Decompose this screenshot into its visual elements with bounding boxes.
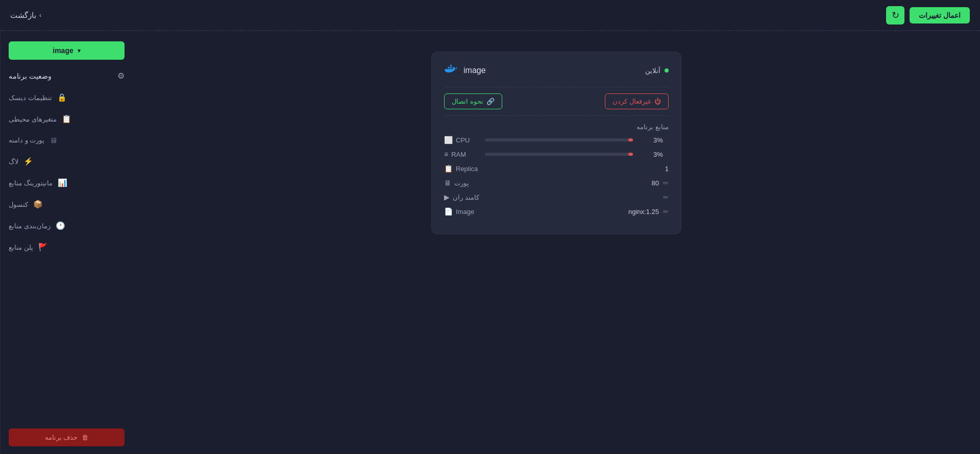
back-link[interactable]: › بازگشت [10,11,41,20]
run-command-label-text: کامند ران [453,194,479,201]
deactivate-label: غیرفعال کردن [612,98,651,105]
sidebar-item-port-domain-label: پورت و دامنه [9,136,44,144]
top-bar: اعمال تغییرات ↻ › بازگشت [0,0,980,31]
sidebar-header: ⚙ وضعیت برنامه [1,65,133,87]
sidebar-spacer [1,258,133,428]
refresh-button[interactable]: ↻ [886,6,904,25]
port-label: پورت 🖥 [444,179,469,187]
sidebar-item-plan[interactable]: 🚩 پلن منابع [1,236,133,258]
run-command-row: ✏ کامند ران ▶ [444,193,669,201]
svg-rect-5 [450,65,452,66]
card-app-name: image [463,66,486,75]
power-icon: ⏻ [654,98,661,105]
ram-icon: ≡ [444,150,448,158]
online-status-dot [665,68,669,73]
apply-changes-button[interactable]: اعمال تغییرات [910,7,970,23]
cpu-label-text: CPU [456,136,470,144]
sidebar-item-port-domain[interactable]: 🖥 پورت و دامنه [1,130,133,151]
sidebar-header-title: وضعیت برنامه [9,72,52,80]
image-label: Image 📄 [444,207,474,216]
port-icon: 🖥 [444,179,451,187]
connect-button[interactable]: 🔗 نحوه اتصال [444,93,502,109]
sidebar-item-console-label: کنسول [9,201,28,208]
ram-label: RAM ≡ [444,150,480,158]
sidebar-item-logs[interactable]: ⚡ لاگ [1,151,133,172]
cpu-icon: ⬜ [444,136,453,144]
port-value-text: 80 [652,179,659,187]
delete-app-button[interactable]: 🗑 حذف برنامه [9,428,125,446]
card-divider-mid [444,115,669,116]
replica-value-text: 1 [665,165,669,173]
card-title-area: image [444,62,486,79]
run-command-label: کامند ران ▶ [444,193,479,201]
top-bar-left: اعمال تغییرات ↻ [886,6,970,25]
cpu-row: 3% CPU ⬜ [444,136,669,144]
sidebar-dropdown-button[interactable]: ▾ image [9,41,125,60]
scheduling-icon: 🕐 [56,221,65,230]
link-icon: 🔗 [486,98,495,105]
sidebar-item-disk[interactable]: 🔒 تنظیمات دیسک [1,87,133,108]
right-sidebar: ▾ image ⚙ وضعیت برنامه 🔒 تنظیمات دیسک 📋 … [0,31,133,454]
cpu-progress-container [485,138,633,141]
main-layout: آنلاین image [0,31,980,454]
ram-percent-text: 3% [653,151,669,158]
image-edit-icon[interactable]: ✏ [663,208,669,216]
console-icon: 📦 [33,200,43,209]
ram-value: 3% [638,151,669,158]
ram-row: 3% RAM ≡ [444,150,669,158]
online-status-text: آنلاین [645,67,660,75]
back-label: بازگشت [10,11,36,20]
replica-row: 1 Replica 📋 [444,164,669,173]
sidebar-item-monitoring-label: مانیتورینگ منابع [9,179,53,187]
sidebar-item-logs-label: لاگ [9,158,18,165]
run-command-value: ✏ [659,194,669,201]
replica-icon: 📋 [444,164,453,173]
ram-progress-fill [628,153,633,156]
card-divider-top [444,87,669,87]
cpu-progress-fill [628,138,633,141]
resources-header: منابع برنامه [444,123,669,131]
image-value-text: nginx:1.25 [628,208,659,216]
sidebar-item-scheduling-label: زمان‌بندی منابع [9,222,51,230]
back-arrow-icon: › [39,12,41,19]
image-label-text: Image [456,208,474,216]
content-area: آنلاین image [133,31,980,454]
image-value: ✏ nginx:1.25 [628,208,669,216]
port-edit-icon[interactable]: ✏ [663,179,669,187]
sidebar-item-disk-label: تنظیمات دیسک [9,94,52,102]
svg-rect-3 [448,67,449,68]
action-buttons: ⏻ غیرفعال کردن 🔗 نحوه اتصال [444,93,669,109]
replica-label: Replica 📋 [444,164,478,173]
deactivate-button[interactable]: ⏻ غیرفعال کردن [605,93,669,109]
gear-icon[interactable]: ⚙ [117,71,125,81]
port-row: ✏ 80 پورت 🖥 [444,179,669,187]
port-label-text: پورت [454,179,469,187]
run-command-edit-icon[interactable]: ✏ [663,194,669,201]
logs-icon: ⚡ [23,157,33,166]
sidebar-item-console[interactable]: 📦 کنسول [1,194,133,215]
ram-label-text: RAM [451,151,466,158]
run-command-icon: ▶ [444,193,450,201]
cpu-label: CPU ⬜ [444,136,480,144]
ram-progress-container [485,153,633,156]
sidebar-item-env[interactable]: 📋 متغیرهای محیطی [1,108,133,130]
card-header: آنلاین image [444,62,669,79]
image-row: ✏ nginx:1.25 Image 📄 [444,207,669,216]
env-icon: 📋 [62,114,71,124]
replica-label-text: Replica [456,165,478,173]
connect-label: نحوه اتصال [452,98,483,105]
sidebar-item-scheduling[interactable]: 🕐 زمان‌بندی منابع [1,215,133,236]
sidebar-item-env-label: متغیرهای محیطی [9,115,57,123]
delete-icon: 🗑 [82,434,88,441]
card-status: آنلاین [645,67,669,75]
cpu-percent-text: 3% [653,136,669,144]
port-value: ✏ 80 [652,179,669,187]
sidebar-dropdown-label: image [53,46,73,55]
dropdown-arrow-icon: ▾ [78,47,81,54]
svg-rect-4 [450,67,452,68]
cpu-value: 3% [638,136,669,144]
app-card: آنلاین image [431,52,681,234]
sidebar-item-monitoring[interactable]: 📊 مانیتورینگ منابع [1,172,133,194]
refresh-icon: ↻ [892,10,899,21]
docker-icon [444,62,458,79]
